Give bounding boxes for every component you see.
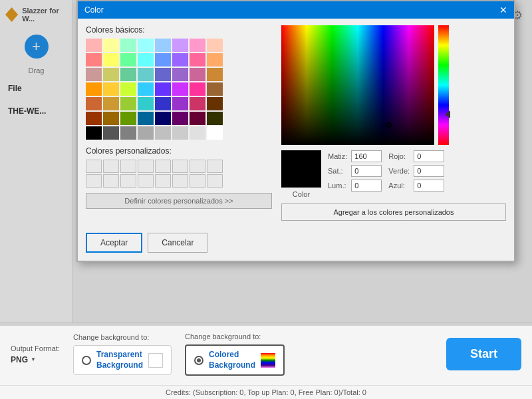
basic-color-cell[interactable] (155, 53, 171, 66)
basic-color-cell[interactable] (207, 39, 223, 52)
basic-color-cell[interactable] (207, 126, 223, 140)
output-format-label: Output Format: (11, 344, 60, 352)
basic-color-cell[interactable] (86, 97, 102, 110)
accept-button[interactable]: Aceptar (86, 233, 142, 253)
custom-color-cell[interactable] (172, 160, 188, 173)
basic-color-cell[interactable] (190, 112, 205, 125)
credits-bar: Credits: (Subscription: 0, Top up Plan: … (0, 385, 532, 399)
basic-color-cell[interactable] (172, 112, 188, 125)
hue-slider[interactable] (438, 25, 449, 145)
basic-color-cell[interactable] (103, 82, 119, 96)
basic-color-cell[interactable] (120, 97, 136, 110)
start-button[interactable]: Start (446, 338, 521, 370)
custom-color-cell[interactable] (120, 160, 136, 173)
basic-color-cell[interactable] (138, 53, 154, 66)
basic-color-cell[interactable] (155, 126, 171, 140)
colored-bg-controls[interactable]: ColoredBackground (185, 344, 285, 376)
basic-color-cell[interactable] (207, 53, 223, 66)
define-custom-colors-button[interactable]: Definir colores personalizados >> (86, 193, 272, 209)
basic-color-cell[interactable] (138, 39, 154, 52)
add-to-custom-button[interactable]: Agregar a los colores personalizados (281, 203, 506, 221)
basic-color-cell[interactable] (86, 68, 102, 81)
basic-color-cell[interactable] (138, 112, 154, 125)
close-icon[interactable]: ✕ (499, 5, 507, 15)
basic-color-cell[interactable] (190, 126, 205, 140)
basic-color-cell[interactable] (120, 126, 136, 140)
spectrum-container (281, 25, 506, 145)
basic-color-cell[interactable] (172, 82, 188, 96)
custom-color-cell[interactable] (86, 160, 102, 173)
custom-color-cell[interactable] (190, 174, 205, 188)
basic-color-cell[interactable] (86, 112, 102, 125)
basic-color-cell[interactable] (103, 126, 119, 140)
custom-color-cell[interactable] (86, 174, 102, 188)
basic-color-cell[interactable] (138, 126, 154, 140)
transparent-option-name: TransparentBackground (96, 350, 143, 370)
format-select[interactable]: PNG ▼ (11, 355, 60, 364)
basic-color-cell[interactable] (120, 112, 136, 125)
basic-color-cell[interactable] (190, 97, 205, 110)
basic-color-cell[interactable] (155, 68, 171, 81)
lum-input[interactable] (351, 180, 382, 192)
basic-color-cell[interactable] (86, 39, 102, 52)
sat-input[interactable] (351, 165, 382, 177)
custom-color-cell[interactable] (103, 174, 119, 188)
basic-color-cell[interactable] (138, 82, 154, 96)
transparent-bg-controls[interactable]: TransparentBackground (73, 345, 172, 375)
sat-label: Sat.: (328, 167, 347, 175)
basic-color-cell[interactable] (86, 53, 102, 66)
basic-color-cell[interactable] (207, 68, 223, 81)
spectrum-gradient[interactable] (281, 25, 434, 145)
basic-color-cell[interactable] (120, 39, 136, 52)
basic-color-cell[interactable] (207, 82, 223, 96)
custom-color-cell[interactable] (138, 174, 154, 188)
values-grid: Matiz: Rojo: Sat.: Verde: Lum.: Azul: (328, 150, 447, 192)
blue-input[interactable] (414, 180, 444, 192)
basic-color-cell[interactable] (172, 68, 188, 81)
basic-color-cell[interactable] (190, 68, 205, 81)
transparent-radio[interactable] (82, 356, 91, 365)
basic-color-cell[interactable] (138, 68, 154, 81)
basic-color-cell[interactable] (172, 39, 188, 52)
hue-cursor (437, 110, 450, 118)
basic-color-cell[interactable] (172, 53, 188, 66)
custom-color-cell[interactable] (155, 160, 171, 173)
custom-color-cell[interactable] (207, 160, 223, 173)
basic-color-cell[interactable] (120, 82, 136, 96)
basic-color-cell[interactable] (120, 53, 136, 66)
custom-color-cell[interactable] (207, 174, 223, 188)
custom-color-cell[interactable] (155, 174, 171, 188)
green-input[interactable] (414, 165, 444, 177)
basic-color-cell[interactable] (86, 126, 102, 140)
hue-input[interactable] (351, 150, 382, 162)
basic-color-cell[interactable] (86, 82, 102, 96)
basic-color-cell[interactable] (103, 97, 119, 110)
basic-color-cell[interactable] (207, 112, 223, 125)
colored-radio[interactable] (194, 356, 203, 365)
color-preview-box (281, 150, 321, 188)
basic-color-cell[interactable] (155, 112, 171, 125)
custom-color-cell[interactable] (103, 160, 119, 173)
basic-color-cell[interactable] (190, 82, 205, 96)
red-input[interactable] (414, 150, 444, 162)
basic-color-cell[interactable] (103, 112, 119, 125)
basic-color-cell[interactable] (103, 68, 119, 81)
basic-color-cell[interactable] (155, 97, 171, 110)
basic-color-cell[interactable] (190, 53, 205, 66)
basic-color-cell[interactable] (103, 53, 119, 66)
basic-color-cell[interactable] (172, 97, 188, 110)
colored-color-swatch[interactable] (261, 353, 275, 368)
basic-color-cell[interactable] (190, 39, 205, 52)
basic-color-cell[interactable] (155, 39, 171, 52)
basic-color-cell[interactable] (207, 97, 223, 110)
custom-color-cell[interactable] (120, 174, 136, 188)
basic-color-cell[interactable] (172, 126, 188, 140)
custom-color-cell[interactable] (138, 160, 154, 173)
basic-color-cell[interactable] (103, 39, 119, 52)
custom-color-cell[interactable] (190, 160, 205, 173)
basic-color-cell[interactable] (155, 82, 171, 96)
custom-color-cell[interactable] (172, 174, 188, 188)
basic-color-cell[interactable] (138, 97, 154, 110)
cancel-button[interactable]: Cancelar (148, 233, 207, 253)
basic-color-cell[interactable] (120, 68, 136, 81)
